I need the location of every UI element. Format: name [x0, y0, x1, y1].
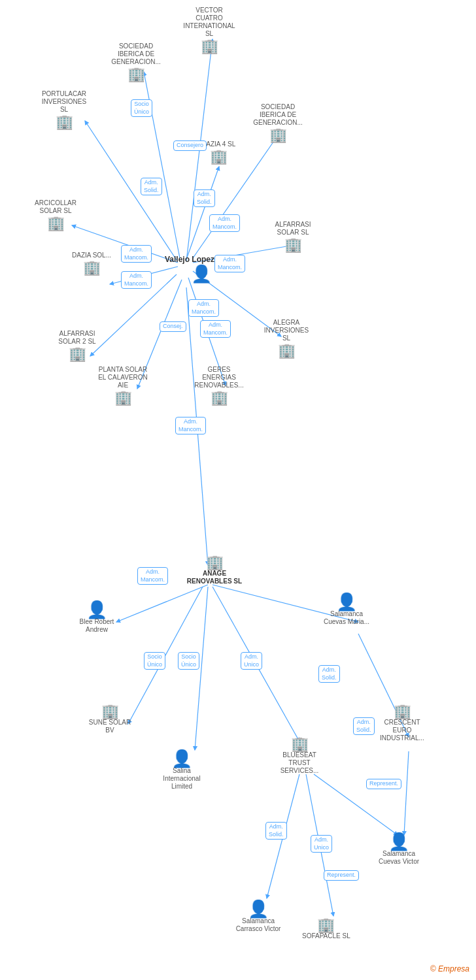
- salamanca-carrasco-label: Salamanca Carrasco Victor: [232, 917, 284, 933]
- salamanca-maria-label: Salamanca Cuevas Maria...: [320, 610, 373, 626]
- dazia-sol-node[interactable]: DAZIA SOL... 🏢: [72, 252, 111, 275]
- anage-label: ANAGE RENOVABLES SL: [182, 570, 247, 585]
- soc-iberica2-label: SOCIEDAD IBERICA DE GENERACION...: [252, 103, 304, 127]
- geres-icon: 🏢: [211, 391, 228, 405]
- blee-icon: 👤: [86, 601, 107, 618]
- dazia-sol-label: DAZIA SOL...: [72, 252, 111, 259]
- blee-node[interactable]: 👤 Blee Robert Andrew: [71, 601, 123, 635]
- sune-solar-label: SUNE SOLAR BV: [84, 719, 136, 734]
- alegra-node[interactable]: ALEGRA INVERSIONES SL 🏢: [260, 319, 313, 358]
- blueseat-label: BLUESEAT TRUST SERVICES...: [273, 751, 326, 775]
- salamanca-victor-label: Salamanca Cuevas Victor: [373, 850, 425, 866]
- salamanca-carrasco-node[interactable]: 👤 Salamanca Carrasco Victor: [232, 900, 284, 934]
- badge-consej-2[interactable]: Consej.: [160, 321, 186, 332]
- alfarrasi2-icon: 🏢: [69, 347, 86, 361]
- badge-adm-mancom-1[interactable]: Adm.Mancom.: [209, 214, 240, 232]
- badge-represent-2[interactable]: Represent.: [324, 870, 359, 881]
- badge-adm-solid-4[interactable]: Adm.Solid.: [353, 717, 375, 735]
- alfarrasi2-node[interactable]: ALFARRASI SOLAR 2 SL 🏢: [51, 330, 103, 361]
- geres-node[interactable]: GERES ENERGIAS RENOVABLES... 🏢: [193, 366, 245, 405]
- crescent-label: CRESCENT EURO INDUSTRIAL...: [376, 719, 428, 742]
- svg-line-13: [116, 585, 208, 622]
- alegra-label: ALEGRA INVERSIONES SL: [260, 319, 313, 342]
- dazia4-icon: 🏢: [210, 150, 228, 164]
- badge-adm-solid-1[interactable]: Adm.Solid.: [141, 178, 162, 195]
- vector-cuatro-label: VECTOR CUATRO INTERNATIONAL SL: [183, 7, 235, 38]
- svg-line-2: [85, 121, 177, 260]
- crescent-icon: 🏢: [394, 704, 411, 719]
- badge-adm-mancom-5[interactable]: Adm.Mancom.: [188, 299, 219, 317]
- badge-consejero-1[interactable]: Consejero: [173, 140, 207, 151]
- badge-adm-mancom-geres[interactable]: Adm.Mancom.: [175, 417, 206, 434]
- badge-adm-mancom-3[interactable]: Adm.Mancom.: [121, 271, 152, 289]
- portulacar-label: PORTULACAR INVERSIONES SL: [38, 90, 90, 114]
- vector-cuatro-node[interactable]: VECTOR CUATRO INTERNATIONAL SL 🏢: [183, 7, 235, 54]
- salamanca-maria-node[interactable]: 👤 Salamanca Cuevas Maria...: [320, 593, 373, 627]
- dazia-sol-icon: 🏢: [83, 261, 101, 275]
- svg-line-4: [186, 167, 219, 259]
- badge-represent-1[interactable]: Represent.: [366, 779, 401, 789]
- badge-adm-mancom-6[interactable]: Adm.Mancom.: [200, 320, 231, 338]
- center-person-icon: 👤: [191, 265, 212, 282]
- badge-adm-mancom-anage[interactable]: Adm.Mancom.: [137, 567, 168, 585]
- badge-adm-solid-2[interactable]: Adm.Solid.: [194, 189, 215, 207]
- salina-label: Salina Internacional Limited: [156, 767, 208, 791]
- badge-socio-unico-3[interactable]: SocioÚnico: [178, 652, 199, 670]
- soc-iberica2-icon: 🏢: [269, 128, 287, 142]
- soc-iberica1-label: SOCIEDAD IBERICA DE GENERACION...: [110, 42, 162, 66]
- watermark: © Empresa: [430, 964, 469, 973]
- portulacar-node[interactable]: PORTULACAR INVERSIONES SL 🏢: [38, 90, 90, 129]
- blueseat-node[interactable]: 🏢 BLUESEAT TRUST SERVICES...: [273, 737, 326, 776]
- vector-cuatro-icon: 🏢: [201, 39, 218, 54]
- alegra-icon: 🏢: [278, 344, 296, 358]
- arcicollar-node[interactable]: ARCICOLLAR SOLAR SL 🏢: [29, 199, 82, 231]
- anage-building-icon: 🏢: [206, 555, 224, 570]
- badge-adm-unico-1[interactable]: Adm.Unico: [241, 652, 262, 670]
- salamanca-maria-icon: 👤: [336, 593, 357, 610]
- blee-label: Blee Robert Andrew: [71, 618, 123, 634]
- arcicollar-icon: 🏢: [47, 216, 65, 231]
- alfarrasi-node[interactable]: ALFARRASI SOLAR SL 🏢: [267, 221, 319, 252]
- badge-socio-unico-2[interactable]: SocioÚnico: [144, 652, 165, 670]
- sofapacle-icon: 🏢: [317, 918, 335, 932]
- sune-solar-icon: 🏢: [101, 704, 119, 719]
- badge-adm-mancom-2[interactable]: Adm.Mancom.: [121, 245, 152, 263]
- graph-container: Vallejo Lopez Jorge 👤 🏢 ANAGE RENOVABLES…: [0, 0, 476, 980]
- svg-line-19: [404, 751, 409, 835]
- badge-adm-unico-2[interactable]: Adm.Unico: [311, 835, 332, 853]
- soc-iberica1-icon: 🏢: [128, 67, 145, 82]
- anage-node[interactable]: 🏢 ANAGE RENOVABLES SL: [182, 555, 247, 587]
- salamanca-victor-icon: 👤: [388, 833, 409, 850]
- badge-adm-solid-3[interactable]: Adm.Solid.: [318, 665, 340, 683]
- salina-icon: 👤: [171, 750, 192, 767]
- soc-iberica2-node[interactable]: SOCIEDAD IBERICA DE GENERACION... 🏢: [252, 103, 304, 142]
- soc-iberica1-node[interactable]: SOCIEDAD IBERICA DE GENERACION... 🏢: [110, 42, 162, 82]
- sune-solar-node[interactable]: 🏢 SUNE SOLAR BV: [84, 704, 136, 736]
- planta-solar-icon: 🏢: [114, 391, 132, 405]
- crescent-node[interactable]: 🏢 CRESCENT EURO INDUSTRIAL...: [376, 704, 428, 743]
- portulacar-icon: 🏢: [56, 115, 73, 129]
- arcicollar-label: ARCICOLLAR SOLAR SL: [29, 199, 82, 215]
- planta-solar-label: PLANTA SOLAR EL CALAVERON AIE: [97, 366, 149, 389]
- sofapacle-label: SOFAPACLE SL: [302, 932, 350, 940]
- geres-label: GERES ENERGIAS RENOVABLES...: [193, 366, 245, 389]
- badge-socio-unico-1[interactable]: SocioÚnico: [131, 99, 152, 117]
- badge-adm-solid-5[interactable]: Adm.Solid.: [265, 822, 287, 840]
- salamanca-victor-node[interactable]: 👤 Salamanca Cuevas Victor: [373, 833, 425, 867]
- alfarrasi-label: ALFARRASI SOLAR SL: [267, 221, 319, 237]
- planta-solar-node[interactable]: PLANTA SOLAR EL CALAVERON AIE 🏢: [97, 366, 149, 405]
- salamanca-carrasco-icon: 👤: [248, 900, 269, 917]
- sofapacle-node[interactable]: 🏢 SOFAPACLE SL: [302, 918, 350, 941]
- badge-adm-mancom-4[interactable]: Adm.Mancom.: [214, 255, 245, 272]
- alfarrasi-icon: 🏢: [284, 238, 302, 252]
- blueseat-icon: 🏢: [291, 737, 309, 751]
- salina-node[interactable]: 👤 Salina Internacional Limited: [156, 750, 208, 792]
- alfarrasi2-label: ALFARRASI SOLAR 2 SL: [51, 330, 103, 346]
